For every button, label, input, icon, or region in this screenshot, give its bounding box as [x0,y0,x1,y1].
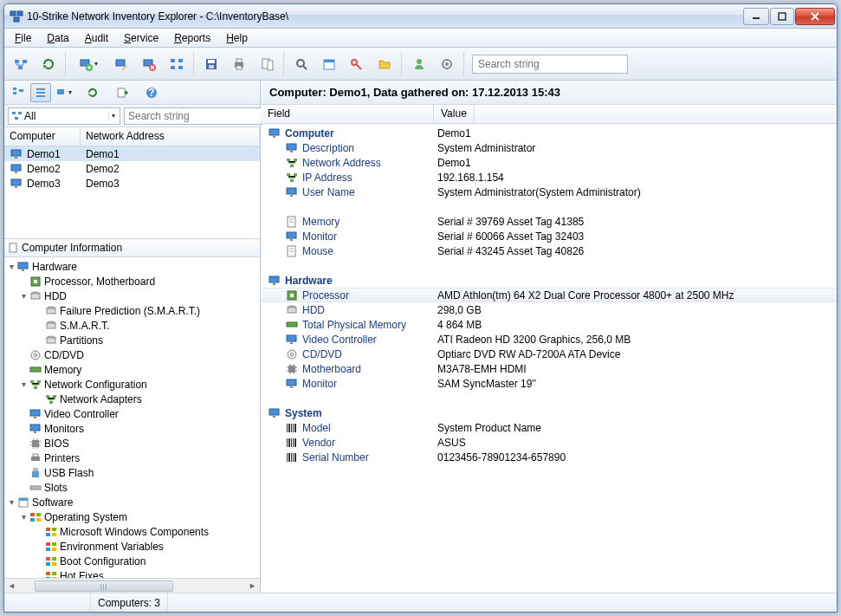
tree-item[interactable]: USB Flash [4,465,260,480]
tree-item[interactable]: BIOS [4,436,260,451]
view-icons-button[interactable] [53,83,74,102]
menu-file[interactable]: File [8,30,38,46]
svg-rect-102 [46,562,50,566]
computer-search-input[interactable] [124,107,262,125]
minimize-button[interactable] [743,8,769,25]
export-button[interactable] [112,83,133,102]
toolbar-search[interactable] [472,55,628,74]
close-button[interactable] [795,8,835,25]
group-filter-combo[interactable]: All ▾ [8,107,120,125]
report-button[interactable] [254,51,280,77]
toolbar-search-input[interactable] [472,55,628,74]
detail-row[interactable]: ModelSystem Product Name [261,420,837,435]
detail-row[interactable]: Video ControllerATI Radeon HD 3200 Graph… [261,332,837,347]
detail-row[interactable]: Total Physical Memory4 864 MB [261,317,837,332]
tree-item[interactable]: Boot Configuration [4,554,260,568]
tree-item[interactable]: ▾Network Configuration [4,377,260,392]
tree-item[interactable]: Slots [4,480,260,495]
tree-item[interactable]: Memory [4,362,260,377]
tree-item[interactable]: ▾Software [4,495,260,509]
maximize-button[interactable] [770,8,794,25]
detail-row[interactable]: User NameSystem Administrator(System Adm… [261,185,837,199]
menu-service[interactable]: Service [117,30,165,46]
svg-rect-90 [30,518,35,522]
tree-item[interactable]: ▾Operating System [4,509,260,524]
tree-item[interactable]: Video Controller [4,406,260,421]
tree-item[interactable]: Monitors [4,421,260,436]
keys-button[interactable] [344,51,370,77]
computer-list: Demo1Demo1Demo2Demo2Demo3Demo3 [4,146,260,238]
col-computer[interactable]: Computer [4,127,81,146]
col-network[interactable]: Network Address [81,127,260,146]
detail-row[interactable]: ProcessorAMD Athlon(tm) 64 X2 Dual Core … [261,288,837,302]
save-button[interactable] [198,51,224,77]
info-section-header[interactable]: Computer Information [4,238,260,257]
tree-item[interactable]: Processor, Motherboard [4,274,260,289]
tree-item[interactable]: S.M.A.R.T. [4,318,260,333]
detail-row[interactable]: MouseSerial # 43245 Asset Tag 40826 [261,243,837,258]
svg-rect-16 [178,59,183,62]
add-computer-button[interactable] [70,51,107,77]
help-button[interactable]: ? [141,83,162,102]
tree-item[interactable]: Microsoft Windows Components [4,524,260,539]
view-list-button[interactable] [30,83,51,102]
scroll-right-icon[interactable]: ► [245,580,260,593]
computer-row[interactable]: Demo2Demo2 [4,161,260,176]
group-button[interactable] [164,51,190,77]
tree-item[interactable]: Printers [4,451,260,465]
svg-rect-46 [18,112,22,114]
tree-item[interactable]: Network Adapters [4,392,260,406]
svg-rect-113 [294,159,297,161]
tree-item[interactable]: Environment Variables [4,539,260,554]
scroll-left-icon[interactable]: ◄ [4,580,19,593]
tree-item[interactable]: CD/DVD [4,347,260,362]
refresh-button[interactable] [36,51,61,77]
col-value[interactable]: Value [434,105,475,123]
detail-row[interactable]: Network AddressDemo1 [261,155,837,170]
search-button[interactable] [288,51,314,77]
detail-row[interactable]: System [261,405,837,420]
scan-button[interactable] [8,51,34,77]
detail-row[interactable]: HDD298,0 GB [261,302,837,317]
schedule-button[interactable] [316,51,342,77]
detail-row[interactable]: MonitorSAM SyncMaster 19'' [261,376,837,391]
col-field[interactable]: Field [261,105,434,123]
detail-row[interactable]: ComputerDemo1 [261,126,837,140]
tree-item[interactable]: ▾Hardware [4,259,260,274]
refresh-list-button[interactable] [82,83,103,102]
detail-row[interactable]: MemorySerial # 39769 Asset Tag 41385 [261,214,837,229]
edit-computer-button[interactable] [108,51,134,77]
svg-rect-40 [36,95,45,97]
svg-point-138 [291,353,294,355]
tree-item[interactable]: ▾HDD [4,289,260,303]
tree-item[interactable]: Failure Prediction (S.M.A.R.T.) [4,303,260,318]
titlebar[interactable]: 10-Strike Network Inventory Explorer - C… [4,4,837,29]
scroll-thumb[interactable] [35,580,173,592]
detail-row[interactable]: MonitorSerial # 60066 Asset Tag 32403 [261,229,837,243]
svg-rect-75 [49,401,53,404]
computer-row[interactable]: Demo3Demo3 [4,176,260,191]
detail-row[interactable]: VendorASUS [261,435,837,450]
tree-item[interactable]: Hot Fixes [4,568,260,578]
folder-button[interactable] [372,51,398,77]
detail-row[interactable]: DescriptionSystem Administrator [261,140,837,155]
computer-row[interactable]: Demo1Demo1 [4,146,260,161]
delete-computer-button[interactable] [136,51,162,77]
detail-row[interactable]: Hardware [261,273,837,288]
detail-row[interactable]: CD/DVDOptiarc DVD RW AD-7200A ATA Device [261,347,837,361]
view-tree-button[interactable] [8,83,29,102]
tree-item[interactable]: Partitions [4,333,260,347]
svg-rect-109 [273,136,275,138]
menu-data[interactable]: Data [40,30,75,46]
menu-audit[interactable]: Audit [78,30,115,46]
detail-row[interactable]: Serial Number0123456-78901234-657890 [261,450,837,464]
tree-hscroll[interactable]: ◄ ► [4,578,260,593]
print-button[interactable] [226,51,252,77]
settings-button[interactable] [434,51,460,77]
menu-reports[interactable]: Reports [167,30,217,46]
svg-rect-37 [19,89,23,92]
detail-row[interactable]: IP Address192.168.1.154 [261,170,837,185]
menu-help[interactable]: Help [219,30,255,46]
user-button[interactable] [406,51,432,77]
detail-row[interactable]: MotherboardM3A78-EMH HDMI [261,361,837,376]
